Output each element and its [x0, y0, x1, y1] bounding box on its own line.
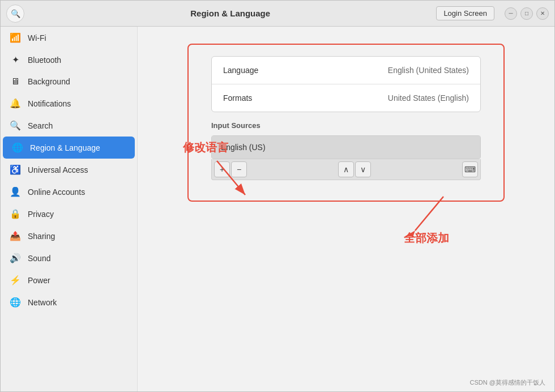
sidebar-item-label: Sound [28, 254, 50, 263]
maximize-button[interactable]: □ [520, 7, 533, 20]
sidebar-item-label: Power [28, 276, 50, 285]
background-icon: 🖥 [10, 76, 21, 87]
sidebar-item-sharing[interactable]: 📤 Sharing [1, 225, 137, 247]
sidebar: 📶 Wi-Fi ✦ Bluetooth 🖥 Background 🔔 Notif… [1, 27, 138, 391]
titlebar: 🔍 Region & Language Login Screen ─ □ ✕ [1, 1, 554, 27]
sidebar-item-notifications[interactable]: 🔔 Notifications [1, 92, 137, 114]
region-settings-panel: Language English (United States) Formats… [187, 44, 505, 202]
sidebar-item-bluetooth[interactable]: ✦ Bluetooth [1, 49, 137, 71]
sidebar-item-label: Sharing [28, 232, 55, 241]
annotation-right-text: 全部添加 [404, 231, 460, 246]
login-screen-button[interactable]: Login Screen [436, 6, 494, 20]
language-row[interactable]: Language English (United States) [212, 57, 480, 84]
add-source-button[interactable]: + [214, 161, 230, 177]
sidebar-item-privacy[interactable]: 🔒 Privacy [1, 203, 137, 225]
universal-access-icon: ♿ [10, 164, 21, 175]
close-button[interactable]: ✕ [536, 7, 549, 20]
svg-line-3 [415, 197, 443, 231]
sidebar-item-label: Background [28, 77, 70, 86]
move-up-button[interactable]: ∧ [338, 161, 354, 177]
sidebar-item-label: Online Accounts [28, 188, 85, 197]
formats-value: United States (English) [388, 93, 469, 103]
minimize-icon: ─ [509, 10, 513, 16]
search-icon: 🔍 [11, 9, 20, 18]
wifi-icon: 📶 [10, 32, 21, 43]
sidebar-item-power[interactable]: ⚡ Power [1, 269, 137, 291]
language-value: English (United States) [388, 66, 469, 75]
search-nav-icon: 🔍 [10, 120, 21, 131]
sidebar-item-background[interactable]: 🖥 Background [1, 71, 137, 92]
input-sources-title: Input Sources [211, 121, 481, 130]
content-area: 📶 Wi-Fi ✦ Bluetooth 🖥 Background 🔔 Notif… [1, 27, 554, 391]
privacy-icon: 🔒 [10, 208, 21, 219]
sidebar-item-region[interactable]: 🌐 Region & Language [3, 137, 135, 159]
sidebar-item-online-accounts[interactable]: 👤 Online Accounts [1, 181, 137, 203]
input-sources-section: Input Sources English (US) + − ∧ ∨ ⌨ [200, 112, 492, 180]
sidebar-item-label: Region & Language [30, 143, 100, 152]
notifications-icon: 🔔 [10, 98, 21, 109]
bluetooth-icon: ✦ [10, 54, 21, 65]
online-accounts-icon: 👤 [10, 186, 21, 197]
move-down-button[interactable]: ∨ [355, 161, 371, 177]
watermark: CSDN @莫得感情的干饭人 [470, 378, 545, 387]
remove-source-button[interactable]: − [231, 161, 247, 177]
sidebar-item-label: Universal Access [28, 165, 88, 174]
sidebar-item-label: Wi-Fi [28, 33, 46, 42]
titlebar-right: Login Screen ─ □ ✕ [436, 6, 549, 20]
sidebar-item-label: Bluetooth [28, 56, 61, 65]
sound-icon: 🔊 [10, 253, 21, 263]
language-formats-group: Language English (United States) Formats… [211, 56, 481, 112]
sidebar-item-universal-access[interactable]: ♿ Universal Access [1, 159, 137, 181]
language-label: Language [223, 66, 258, 75]
maximize-icon: □ [525, 10, 528, 16]
window-title: Region & Language [24, 8, 436, 18]
main-panel: Language English (United States) Formats… [138, 27, 554, 391]
input-sources-toolbar: + − ∧ ∨ ⌨ [211, 159, 481, 180]
keyboard-settings-button[interactable]: ⌨ [462, 161, 478, 177]
input-source-english-us[interactable]: English (US) [212, 136, 480, 159]
input-sources-list: English (US) [211, 135, 481, 159]
sidebar-item-label: Network [28, 298, 57, 307]
sidebar-item-label: Search [28, 121, 53, 130]
sidebar-item-sound[interactable]: 🔊 Sound [1, 247, 137, 269]
window-controls: ─ □ ✕ [505, 7, 549, 20]
formats-row[interactable]: Formats United States (English) [212, 84, 480, 112]
sharing-icon: 📤 [10, 231, 21, 241]
close-icon: ✕ [540, 10, 545, 16]
sidebar-item-search[interactable]: 🔍 Search [1, 114, 137, 137]
sidebar-item-wifi[interactable]: 📶 Wi-Fi [1, 27, 137, 49]
search-button[interactable]: 🔍 [6, 5, 24, 23]
sidebar-item-network[interactable]: 🌐 Network [1, 291, 137, 313]
formats-label: Formats [223, 93, 252, 103]
minimize-button[interactable]: ─ [505, 7, 517, 20]
region-icon: 🌐 [12, 142, 23, 153]
power-icon: ⚡ [10, 275, 21, 286]
sidebar-item-label: Privacy [28, 210, 54, 219]
main-window: 🔍 Region & Language Login Screen ─ □ ✕ 📶 [0, 0, 555, 392]
sidebar-item-label: Notifications [28, 99, 71, 108]
network-icon: 🌐 [10, 297, 21, 308]
